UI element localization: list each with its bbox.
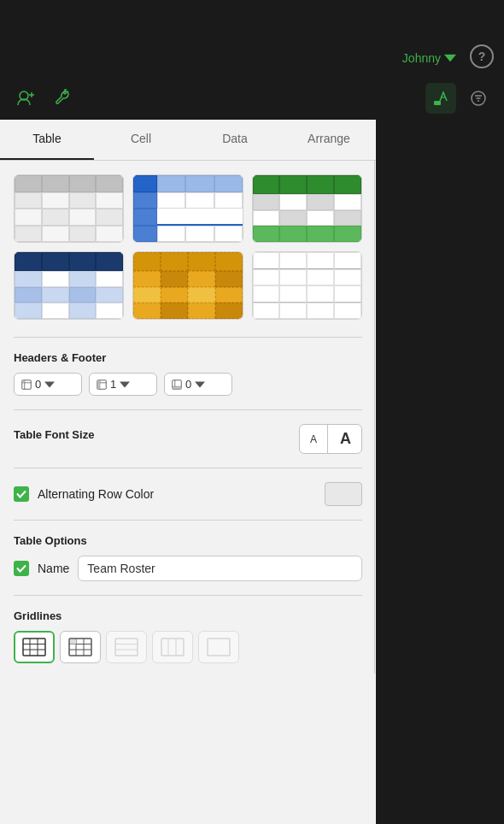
font-size-increase-button[interactable]: A xyxy=(330,425,361,453)
footer-icon xyxy=(172,380,182,390)
gridlines-all-button[interactable] xyxy=(14,631,55,663)
table-options-label: Table Options xyxy=(14,534,362,547)
gridlines-none-icon xyxy=(207,638,231,656)
alternating-row-checkbox[interactable] xyxy=(14,486,29,502)
username-label: Johnny xyxy=(402,51,441,65)
wrench-icon xyxy=(54,89,73,108)
dropdown-chevron3-icon xyxy=(195,380,205,390)
header-rows-icon xyxy=(21,380,32,390)
gridlines-inner-icon xyxy=(68,638,92,656)
font-size-section: Table Font Size A A xyxy=(14,424,362,454)
gridlines-h-button[interactable] xyxy=(106,631,147,663)
table-name-input[interactable] xyxy=(78,556,362,581)
gridlines-label: Gridlines xyxy=(14,609,362,622)
style-option-3[interactable] xyxy=(252,174,362,243)
checkmark-icon xyxy=(16,489,26,499)
font-size-label: Table Font Size xyxy=(14,428,94,441)
divider-4 xyxy=(14,520,362,521)
tab-data[interactable]: Data xyxy=(188,120,282,160)
toolbar xyxy=(0,77,504,120)
headers-footer-label: Headers & Footer xyxy=(14,351,362,364)
gridlines-v-button[interactable] xyxy=(152,631,193,663)
gridlines-none-button[interactable] xyxy=(198,631,239,663)
table-options-row: Name xyxy=(14,556,362,581)
svg-rect-15 xyxy=(97,380,100,389)
filter-button[interactable] xyxy=(463,83,494,114)
help-button[interactable]: ? xyxy=(470,44,494,68)
font-size-decrease-button[interactable]: A xyxy=(300,425,328,453)
divider-5 xyxy=(14,595,362,596)
format-button[interactable] xyxy=(425,83,456,114)
svg-rect-11 xyxy=(22,380,25,382)
style-option-1[interactable] xyxy=(14,174,124,243)
svg-rect-37 xyxy=(208,639,230,656)
style-option-4[interactable] xyxy=(14,251,124,320)
header-cols-dropdown[interactable]: 1 xyxy=(89,373,157,396)
svg-rect-19 xyxy=(173,386,182,389)
header-cols-icon xyxy=(97,380,107,390)
tab-arrange[interactable]: Arrange xyxy=(282,120,376,160)
filter-icon xyxy=(469,89,488,108)
add-person-icon xyxy=(16,89,35,108)
add-person-button[interactable] xyxy=(10,83,41,114)
tabs-row: Table Cell Data Arrange xyxy=(0,120,376,161)
chevron-down-icon xyxy=(444,52,456,64)
svg-rect-31 xyxy=(115,639,138,656)
divider-3 xyxy=(14,468,362,468)
alternating-color-swatch[interactable] xyxy=(325,482,362,506)
gridlines-v-icon xyxy=(161,638,185,656)
alternating-row-section: Alternating Row Color xyxy=(14,482,362,506)
help-label: ? xyxy=(478,50,486,63)
style-option-5[interactable] xyxy=(132,251,243,320)
format-icon xyxy=(431,89,450,108)
name-checkmark-icon xyxy=(16,563,26,574)
top-bar: Johnny ? xyxy=(0,0,504,77)
divider-1 xyxy=(14,337,362,338)
tab-cell[interactable]: Cell xyxy=(94,120,188,160)
tab-table[interactable]: Table xyxy=(0,120,94,160)
divider-2 xyxy=(14,409,362,410)
gridlines-all-icon xyxy=(22,638,46,656)
svg-rect-20 xyxy=(23,639,45,656)
footer-dropdown[interactable]: 0 xyxy=(164,373,232,396)
name-option-label: Name xyxy=(38,562,69,575)
style-option-6[interactable] xyxy=(252,251,362,320)
dropdown-chevron-icon xyxy=(44,380,55,390)
name-checkbox[interactable] xyxy=(14,561,29,576)
svg-rect-30 xyxy=(70,639,76,644)
alternating-row-label: Alternating Row Color xyxy=(38,487,154,501)
gridlines-h-icon xyxy=(114,638,138,656)
panel-resize-handle[interactable] xyxy=(374,161,375,674)
svg-rect-34 xyxy=(161,639,184,656)
headers-footer-controls: 0 1 0 xyxy=(14,373,362,396)
header-rows-dropdown[interactable]: 0 xyxy=(14,373,82,396)
user-menu-button[interactable]: Johnny xyxy=(396,48,463,68)
style-grid xyxy=(14,174,362,320)
font-size-controls: A A xyxy=(299,424,362,454)
style-option-2[interactable] xyxy=(132,174,243,243)
dropdown-chevron2-icon xyxy=(120,380,130,390)
gridlines-inner-button[interactable] xyxy=(60,631,101,663)
gridlines-options xyxy=(14,631,362,663)
main-content: Headers & Footer 0 1 xyxy=(0,161,376,824)
wrench-button[interactable] xyxy=(48,83,79,114)
svg-rect-3 xyxy=(434,101,441,105)
